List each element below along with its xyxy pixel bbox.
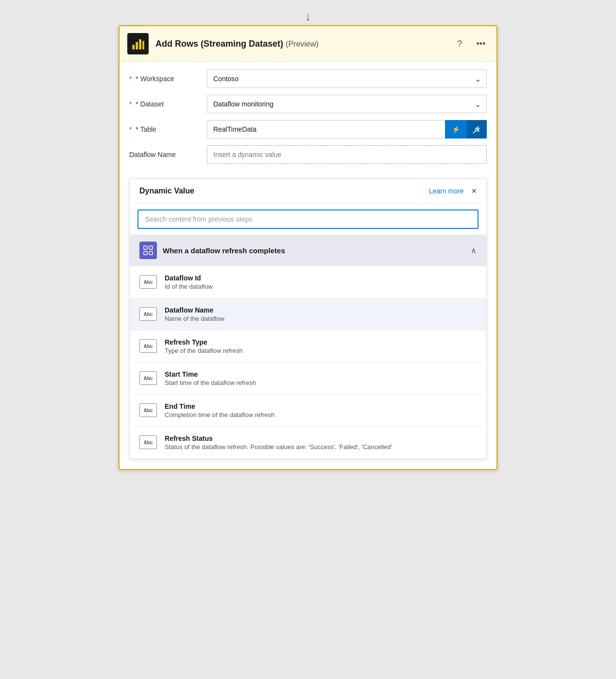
item-description: Start time of the dataflow refresh xyxy=(165,379,477,386)
svg-rect-4 xyxy=(144,246,147,249)
item-name: Refresh Status xyxy=(165,435,477,442)
dataset-field: Dataflow monitoring ⌄ xyxy=(207,95,487,113)
table-row: * * Table RealTimeData ⚡ 𝑓x xyxy=(129,120,487,139)
card-title: Add Rows (Streaming Dataset) (Preview) xyxy=(155,39,452,49)
trigger-icon-box xyxy=(139,242,157,259)
lightning-button[interactable]: ⚡ xyxy=(445,120,467,139)
table-label: * * Table xyxy=(129,125,207,133)
item-content: Dataflow Name Name of the dataflow xyxy=(165,306,477,322)
search-box-wrapper xyxy=(130,204,486,235)
dynamic-items-list: Abc Dataflow Id Id of the dataflow Abc D… xyxy=(130,266,486,459)
item-type-icon: Abc xyxy=(139,307,157,321)
item-type-icon: Abc xyxy=(139,435,157,449)
table-input[interactable]: RealTimeData xyxy=(207,120,445,139)
lightning-icon: ⚡ xyxy=(452,125,460,133)
connector-card: Add Rows (Streaming Dataset) (Preview) ?… xyxy=(119,25,497,470)
dynamic-item[interactable]: Abc End Time Completion time of the data… xyxy=(130,395,486,427)
dynamic-item[interactable]: Abc Dataflow Id Id of the dataflow xyxy=(130,266,486,298)
item-name: Dataflow Name xyxy=(165,306,477,314)
form-body: * * Workspace Contoso ⌄ * * Dataset xyxy=(120,62,496,178)
learn-more-link[interactable]: Learn more xyxy=(429,187,464,195)
item-content: Refresh Status Status of the dataflow re… xyxy=(165,435,477,451)
dynamic-panel-header: Dynamic Value Learn more × xyxy=(130,179,486,204)
dynamic-items-container[interactable]: When a dataflow refresh completes ∧ Abc … xyxy=(130,235,486,459)
item-type-icon: Abc xyxy=(139,339,157,353)
header-actions: ? ••• xyxy=(452,36,489,52)
help-button[interactable]: ? xyxy=(452,36,467,52)
help-icon: ? xyxy=(457,39,462,49)
close-dynamic-panel-button[interactable]: × xyxy=(471,187,477,195)
table-action-buttons: ⚡ 𝑓x xyxy=(445,120,487,139)
trigger-header-left: When a dataflow refresh completes xyxy=(139,242,285,259)
dynamic-item[interactable]: Abc Start Time Start time of the dataflo… xyxy=(130,363,486,395)
ellipsis-icon: ••• xyxy=(477,39,486,49)
dataset-label: * * Dataset xyxy=(129,100,207,108)
item-name: Start Time xyxy=(165,370,477,378)
item-name: Refresh Type xyxy=(165,338,477,346)
item-type-icon: Abc xyxy=(139,403,157,417)
card-bottom-spacer xyxy=(120,459,496,469)
power-bi-icon xyxy=(131,37,145,51)
item-description: Type of the dataflow refresh xyxy=(165,347,477,354)
dynamic-value-panel: Dynamic Value Learn more × xyxy=(129,178,487,459)
item-content: Dataflow Id Id of the dataflow xyxy=(165,274,477,290)
item-type-icon: Abc xyxy=(139,371,157,385)
trigger-title: When a dataflow refresh completes xyxy=(163,246,285,255)
svg-rect-6 xyxy=(144,251,147,255)
table-input-group: RealTimeData ⚡ 𝑓x xyxy=(207,120,487,139)
svg-rect-7 xyxy=(149,251,153,255)
dynamic-item[interactable]: Abc Refresh Status Status of the dataflo… xyxy=(130,427,486,459)
item-content: End Time Completion time of the dataflow… xyxy=(165,402,477,418)
dynamic-item[interactable]: Abc Dataflow Name Name of the dataflow xyxy=(130,298,486,331)
dynamic-panel-title: Dynamic Value xyxy=(139,187,194,195)
svg-rect-2 xyxy=(139,39,141,50)
svg-rect-0 xyxy=(132,45,135,49)
search-input[interactable] xyxy=(137,209,479,229)
item-name: End Time xyxy=(165,402,477,410)
trigger-collapse-icon: ∧ xyxy=(471,246,477,255)
dataflow-name-row: Dataflow Name xyxy=(129,145,487,164)
dataset-select-wrapper: Dataflow monitoring ⌄ xyxy=(207,95,487,113)
svg-rect-5 xyxy=(149,246,153,249)
item-description: Id of the dataflow xyxy=(165,283,477,290)
connector-logo xyxy=(127,33,149,54)
more-options-button[interactable]: ••• xyxy=(473,36,489,52)
workspace-select[interactable]: Contoso xyxy=(207,70,487,88)
item-description: Status of the dataflow refresh. Possible… xyxy=(165,443,477,451)
item-name: Dataflow Id xyxy=(165,274,477,282)
item-description: Name of the dataflow xyxy=(165,315,477,322)
table-field: RealTimeData ⚡ 𝑓x xyxy=(207,120,487,139)
item-description: Completion time of the dataflow refresh xyxy=(165,411,477,418)
trigger-connector-icon xyxy=(143,245,153,255)
svg-rect-3 xyxy=(142,41,144,50)
card-header: Add Rows (Streaming Dataset) (Preview) ?… xyxy=(120,26,496,62)
dynamic-item[interactable]: Abc Refresh Type Type of the dataflow re… xyxy=(130,331,486,363)
item-type-icon: Abc xyxy=(139,275,157,289)
svg-rect-1 xyxy=(136,42,138,50)
formula-button[interactable]: 𝑓x xyxy=(467,120,487,139)
dynamic-panel-actions: Learn more × xyxy=(429,187,477,195)
workspace-select-wrapper: Contoso ⌄ xyxy=(207,70,487,88)
workspace-field: Contoso ⌄ xyxy=(207,70,487,88)
item-content: Refresh Type Type of the dataflow refres… xyxy=(165,338,477,354)
dataflow-name-label: Dataflow Name xyxy=(129,151,207,158)
workspace-row: * * Workspace Contoso ⌄ xyxy=(129,70,487,88)
workspace-label: * * Workspace xyxy=(129,75,207,83)
dataflow-name-field xyxy=(207,145,487,164)
dataset-row: * * Dataset Dataflow monitoring ⌄ xyxy=(129,95,487,113)
arrow-down-icon: ↓ xyxy=(305,10,311,23)
dataset-select[interactable]: Dataflow monitoring xyxy=(207,95,487,113)
main-container: ↓ Add Rows (Streaming Dataset) (Preview) xyxy=(119,10,497,470)
item-content: Start Time Start time of the dataflow re… xyxy=(165,370,477,386)
fx-icon: 𝑓x xyxy=(474,125,480,134)
dataflow-name-input[interactable] xyxy=(207,145,487,164)
trigger-header[interactable]: When a dataflow refresh completes ∧ xyxy=(130,235,486,266)
